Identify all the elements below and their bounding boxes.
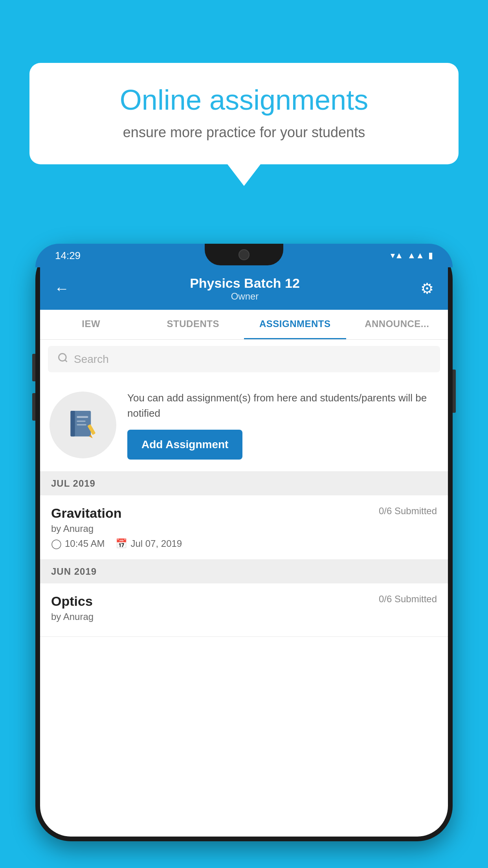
assignment-author: by Anurag: [51, 523, 437, 534]
assignment-meta: ◯ 10:45 AM 📅 Jul 07, 2019: [51, 538, 437, 549]
header-subtitle: Owner: [190, 291, 300, 302]
svg-rect-5: [77, 421, 86, 422]
month-header-jul: JUL 2019: [40, 472, 448, 495]
add-assignment-button[interactable]: Add Assignment: [127, 430, 242, 460]
search-icon: [57, 352, 68, 366]
svg-rect-4: [77, 416, 88, 418]
assignment-item-optics[interactable]: Optics 0/6 Submitted by Anurag: [40, 583, 448, 637]
speech-bubble: Online assignments ensure more practice …: [29, 63, 459, 164]
app-header: ← Physics Batch 12 Owner ⚙: [40, 267, 448, 310]
status-time: 14:29: [55, 250, 81, 262]
volume-up-button: [32, 354, 35, 381]
search-bar: Search: [40, 340, 448, 379]
assignment-item-gravitation[interactable]: Gravitation 0/6 Submitted by Anurag ◯ 10…: [40, 495, 448, 560]
battery-icon: ▮: [428, 250, 433, 261]
month-header-jun: JUN 2019: [40, 560, 448, 583]
assignment-submitted: 0/6 Submitted: [379, 506, 437, 517]
search-input-wrap[interactable]: Search: [48, 346, 440, 372]
screen: ← Physics Batch 12 Owner ⚙ IEW STUDENTS …: [40, 267, 448, 837]
tab-students[interactable]: STUDENTS: [142, 310, 244, 339]
assignment-submitted-optics: 0/6 Submitted: [379, 594, 437, 605]
svg-line-1: [65, 360, 67, 362]
search-placeholder: Search: [74, 353, 109, 366]
svg-rect-6: [77, 424, 86, 425]
tab-assignments[interactable]: ASSIGNMENTS: [244, 310, 346, 339]
speech-bubble-arrow: [227, 164, 261, 186]
phone-notch: [205, 244, 283, 265]
notebook-icon-circle: [50, 392, 116, 458]
header-title-block: Physics Batch 12 Owner: [190, 276, 300, 302]
assignment-date: 📅 Jul 07, 2019: [116, 538, 182, 549]
speech-bubble-title: Online assignments: [53, 85, 435, 116]
front-camera: [238, 249, 250, 260]
tab-iew[interactable]: IEW: [40, 310, 142, 339]
header-title: Physics Batch 12: [190, 276, 300, 291]
assignment-author-optics: by Anurag: [51, 611, 437, 622]
add-assignment-text: You can add assignment(s) from here and …: [127, 390, 438, 421]
volume-down-button: [32, 393, 35, 421]
back-button[interactable]: ←: [54, 280, 69, 297]
clock-icon: ◯: [51, 538, 62, 549]
assignment-top-row: Gravitation 0/6 Submitted: [51, 506, 437, 521]
tabs-bar: IEW STUDENTS ASSIGNMENTS ANNOUNCE...: [40, 310, 448, 340]
svg-point-0: [59, 354, 66, 361]
speech-bubble-container: Online assignments ensure more practice …: [29, 63, 459, 186]
assignment-time: ◯ 10:45 AM: [51, 538, 105, 549]
svg-rect-3: [71, 411, 75, 436]
status-icons: ▾▲ ▲▲ ▮: [391, 250, 433, 261]
signal-icon: ▲▲: [407, 250, 424, 261]
add-assignment-right: You can add assignment(s) from here and …: [127, 390, 438, 460]
assignment-name: Gravitation: [51, 506, 121, 521]
power-button: [453, 370, 456, 413]
settings-icon[interactable]: ⚙: [420, 280, 434, 297]
notebook-icon: [65, 407, 101, 443]
phone-frame: 14:29 ▾▲ ▲▲ ▮ ← Physics Batch 12 Owner ⚙…: [35, 244, 453, 841]
tab-announcements[interactable]: ANNOUNCE...: [346, 310, 448, 339]
phone-container: 14:29 ▾▲ ▲▲ ▮ ← Physics Batch 12 Owner ⚙…: [35, 244, 453, 868]
speech-bubble-subtitle: ensure more practice for your students: [53, 124, 435, 141]
calendar-icon: 📅: [116, 538, 127, 549]
add-assignment-section: You can add assignment(s) from here and …: [40, 379, 448, 472]
wifi-icon: ▾▲: [391, 250, 404, 261]
assignment-name-optics: Optics: [51, 594, 93, 609]
assignment-top-row-optics: Optics 0/6 Submitted: [51, 594, 437, 609]
